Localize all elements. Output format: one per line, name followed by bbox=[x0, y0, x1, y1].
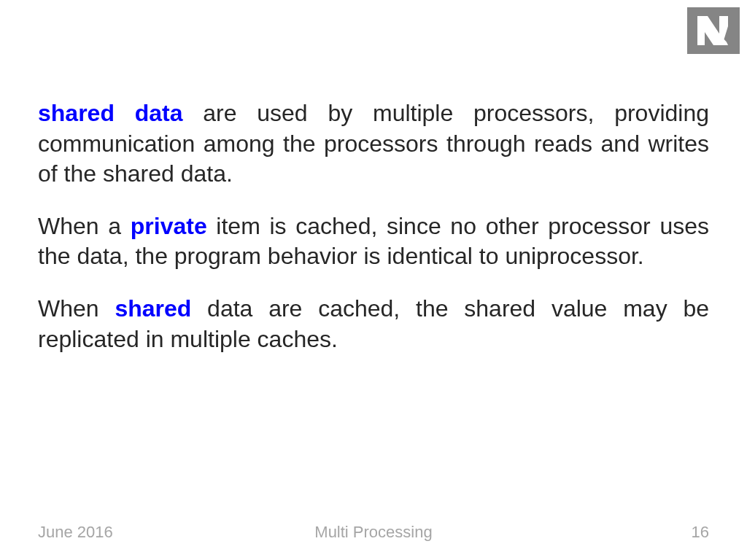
keyword-shared-data: shared data bbox=[38, 100, 183, 126]
paragraph-1: shared data are used by multiple process… bbox=[38, 98, 709, 190]
slide-footer: June 2016 Multi Processing 16 bbox=[0, 523, 747, 542]
text-p2a: When a bbox=[38, 213, 131, 239]
text-p3a: When bbox=[38, 295, 115, 322]
footer-page-number: 16 bbox=[692, 523, 709, 542]
keyword-private: private bbox=[131, 213, 207, 239]
institution-logo bbox=[687, 7, 740, 54]
paragraph-3: When shared data are cached, the shared … bbox=[38, 294, 709, 354]
footer-title: Multi Processing bbox=[314, 523, 432, 542]
paragraph-2: When a private item is cached, since no … bbox=[38, 211, 709, 272]
slide-content: shared data are used by multiple process… bbox=[38, 98, 709, 376]
footer-date: June 2016 bbox=[38, 523, 113, 542]
keyword-shared: shared bbox=[115, 295, 191, 322]
